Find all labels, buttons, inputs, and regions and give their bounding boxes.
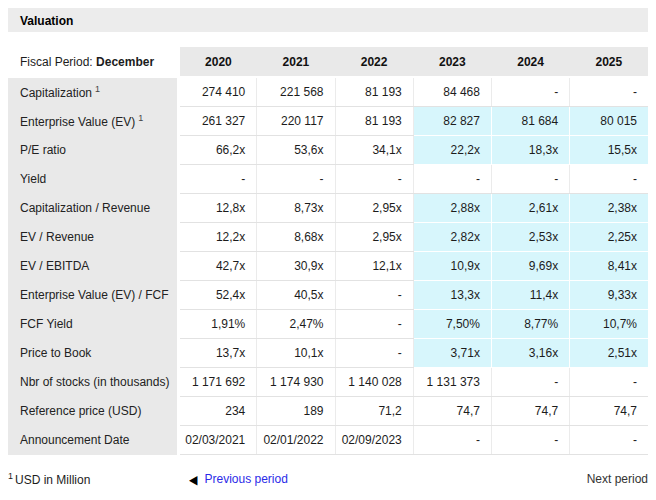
next-period-button[interactable]: Next period xyxy=(587,472,648,486)
fiscal-period-label: Fiscal Period: xyxy=(20,55,93,69)
year-header-2023: 2023 xyxy=(413,47,491,77)
previous-period-link[interactable]: ◀Previous period xyxy=(189,472,288,486)
metric-label: FCF Yield xyxy=(8,309,179,338)
fiscal-period-value: December xyxy=(96,55,154,69)
value-cell: - xyxy=(570,164,648,193)
table-row: P/E ratio66,2x53,6x34,1x22,2x18,3x15,5x xyxy=(8,135,648,164)
value-cell: 221 568 xyxy=(257,77,335,106)
value-cell: 18,3x xyxy=(491,135,569,164)
value-cell: 261 327 xyxy=(179,106,257,135)
table-row: Nbr of stocks (in thousands)1 171 6921 1… xyxy=(8,367,648,396)
metric-label: Nbr of stocks (in thousands) xyxy=(8,367,179,396)
value-cell: - xyxy=(335,280,413,309)
value-cell: 81 684 xyxy=(491,106,569,135)
value-cell: 1 140 028 xyxy=(335,367,413,396)
panel-title: Valuation xyxy=(8,8,648,32)
value-cell: 1,91% xyxy=(179,309,257,338)
metric-footnote-superscript: 1 xyxy=(95,84,100,94)
value-cell: 8,77% xyxy=(491,309,569,338)
value-cell: 9,69x xyxy=(491,251,569,280)
table-row: FCF Yield1,91%2,47%-7,50%8,77%10,7% xyxy=(8,309,648,338)
year-header-2022: 2022 xyxy=(335,47,413,77)
metric-label: Price to Book xyxy=(8,338,179,367)
value-cell: 2,88x xyxy=(413,193,491,222)
footnote-text: USD in Million xyxy=(15,473,90,487)
value-cell: 02/09/2023 xyxy=(335,425,413,454)
table-row: Enterprise Value (EV)1261 327220 11781 1… xyxy=(8,106,648,135)
metric-label: EV / Revenue xyxy=(8,222,179,251)
value-cell: 30,9x xyxy=(257,251,335,280)
value-cell: 40,5x xyxy=(257,280,335,309)
value-cell: 81 193 xyxy=(335,77,413,106)
value-cell: 10,7% xyxy=(570,309,648,338)
value-cell: 34,1x xyxy=(335,135,413,164)
metric-label: Yield xyxy=(8,164,179,193)
value-cell: 22,2x xyxy=(413,135,491,164)
value-cell: 2,25x xyxy=(570,222,648,251)
year-header-2025: 2025 xyxy=(570,47,648,77)
value-cell: 81 193 xyxy=(335,106,413,135)
value-cell: 12,8x xyxy=(179,193,257,222)
value-cell: 74,7 xyxy=(570,396,648,425)
value-cell: 2,51x xyxy=(570,338,648,367)
value-cell: - xyxy=(413,164,491,193)
table-row: Reference price (USD)23418971,274,774,77… xyxy=(8,396,648,425)
value-cell: - xyxy=(570,367,648,396)
value-cell: 9,33x xyxy=(570,280,648,309)
table-row: Enterprise Value (EV) / FCF52,4x40,5x-13… xyxy=(8,280,648,309)
value-cell: - xyxy=(335,309,413,338)
value-cell: 8,68x xyxy=(257,222,335,251)
table-row: Capitalization1274 410221 56881 19384 46… xyxy=(8,77,648,106)
value-cell: 8,41x xyxy=(570,251,648,280)
value-cell: 1 171 692 xyxy=(179,367,257,396)
value-cell: 189 xyxy=(257,396,335,425)
value-cell: - xyxy=(491,77,569,106)
usd-footnote: 1USD in Million xyxy=(8,471,189,487)
value-cell: - xyxy=(570,77,648,106)
table-row: Announcement Date02/03/202102/01/202202/… xyxy=(8,425,648,454)
value-cell: 2,47% xyxy=(257,309,335,338)
value-cell: 7,50% xyxy=(413,309,491,338)
value-cell: 274 410 xyxy=(179,77,257,106)
value-cell: 02/01/2022 xyxy=(257,425,335,454)
value-cell: 82 827 xyxy=(413,106,491,135)
table-row: Capitalization / Revenue12,8x8,73x2,95x2… xyxy=(8,193,648,222)
value-cell: 74,7 xyxy=(491,396,569,425)
value-cell: 15,5x xyxy=(570,135,648,164)
value-cell: 53,6x xyxy=(257,135,335,164)
value-cell: 2,61x xyxy=(491,193,569,222)
value-cell: 42,7x xyxy=(179,251,257,280)
valuation-table: Fiscal Period: December 2020 2021 2022 2… xyxy=(8,47,648,455)
value-cell: 02/03/2021 xyxy=(179,425,257,454)
metric-label: Enterprise Value (EV)1 xyxy=(8,106,179,135)
fiscal-period-header-row: Fiscal Period: December 2020 2021 2022 2… xyxy=(8,47,648,77)
value-cell: 2,95x xyxy=(335,193,413,222)
metric-footnote-superscript: 1 xyxy=(138,113,143,123)
value-cell: 66,2x xyxy=(179,135,257,164)
metric-label: EV / EBITDA xyxy=(8,251,179,280)
table-footer: 1USD in Million ◀Previous period Next pe… xyxy=(8,471,648,487)
year-header-2021: 2021 xyxy=(257,47,335,77)
value-cell: 8,73x xyxy=(257,193,335,222)
metric-label: Capitalization1 xyxy=(8,77,179,106)
value-cell: 2,82x xyxy=(413,222,491,251)
value-cell: 74,7 xyxy=(413,396,491,425)
value-cell: 10,9x xyxy=(413,251,491,280)
value-cell: - xyxy=(491,425,569,454)
value-cell: 2,38x xyxy=(570,193,648,222)
table-row: Yield------ xyxy=(8,164,648,193)
previous-period-label: Previous period xyxy=(204,472,287,486)
metric-label: Capitalization / Revenue xyxy=(8,193,179,222)
value-cell: 84 468 xyxy=(413,77,491,106)
fiscal-period-cell: Fiscal Period: December xyxy=(8,47,179,77)
value-cell: 2,53x xyxy=(491,222,569,251)
value-cell: 220 117 xyxy=(257,106,335,135)
value-cell: - xyxy=(257,164,335,193)
metric-label: Reference price (USD) xyxy=(8,396,179,425)
metric-label: P/E ratio xyxy=(8,135,179,164)
table-row: EV / Revenue12,2x8,68x2,95x2,82x2,53x2,2… xyxy=(8,222,648,251)
value-cell: 234 xyxy=(179,396,257,425)
value-cell: 71,2 xyxy=(335,396,413,425)
value-cell: - xyxy=(335,164,413,193)
value-cell: 52,4x xyxy=(179,280,257,309)
